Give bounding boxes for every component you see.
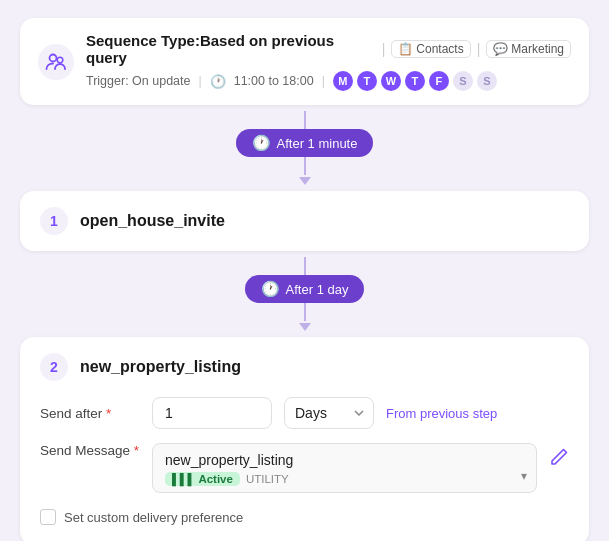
svg-point-1	[57, 57, 63, 63]
step-2-number: 2	[40, 353, 68, 381]
custom-delivery-label: Set custom delivery preference	[64, 510, 243, 525]
connector-2: 🕐 After 1 day	[20, 257, 589, 331]
svg-point-0	[50, 54, 57, 61]
step-2-header: 2 new_property_listing	[40, 353, 569, 381]
day-badges: M T W T F S S	[333, 71, 497, 91]
day-W: W	[381, 71, 401, 91]
required-asterisk: *	[106, 406, 111, 421]
contacts-tag: 📋 Contacts	[391, 40, 470, 58]
step-1-card: 1 open_house_invite	[20, 191, 589, 251]
send-after-row: Send after * Days Hours Minutes From pre…	[40, 397, 569, 429]
connector-line-bot-2	[304, 303, 306, 321]
step-1-name: open_house_invite	[80, 212, 225, 230]
day-F: F	[429, 71, 449, 91]
trigger-label: Trigger: On update	[86, 74, 190, 88]
day-S1: S	[453, 71, 473, 91]
separator: |	[382, 41, 386, 57]
chevron-down-icon: ▾	[521, 469, 527, 483]
step-1-number: 1	[40, 207, 68, 235]
marketing-tag: 💬 Marketing	[486, 40, 571, 58]
send-after-label: Send after *	[40, 406, 140, 421]
message-select-wrapper[interactable]: new_property_listing ▌▌▌ Active UTILITY …	[152, 443, 537, 493]
day-T1: T	[357, 71, 377, 91]
delay-icon-1: 🕐	[252, 134, 271, 152]
sequence-title: Sequence Type:Based on previous query	[86, 32, 374, 66]
custom-delivery-checkbox[interactable]	[40, 509, 56, 525]
required-asterisk-2: *	[134, 443, 139, 458]
time-range: 11:00 to 18:00	[234, 74, 314, 88]
marketing-label: Marketing	[511, 42, 564, 56]
message-select-inner[interactable]: new_property_listing ▌▌▌ Active UTILITY …	[152, 443, 537, 493]
connector-1: 🕐 After 1 minute	[20, 111, 589, 185]
send-message-row: Send Message * new_property_listing ▌▌▌ …	[40, 443, 569, 493]
edit-message-button[interactable]	[549, 447, 569, 472]
contacts-label: Contacts	[416, 42, 463, 56]
delay-label-2: After 1 day	[286, 282, 349, 297]
day-S2: S	[477, 71, 497, 91]
active-badge: ▌▌▌ Active	[165, 472, 240, 486]
active-status: Active	[198, 473, 233, 485]
send-after-input[interactable]	[152, 397, 272, 429]
step-2-name: new_property_listing	[80, 358, 241, 376]
top-card-tags: | 📋 Contacts | 💬 Marketing	[382, 40, 571, 58]
connector-line-top-2	[304, 257, 306, 275]
day-M: M	[333, 71, 353, 91]
separator2: |	[477, 41, 481, 57]
delay-pill-1[interactable]: 🕐 After 1 minute	[236, 129, 374, 157]
arrow-down-1	[299, 177, 311, 185]
step-2-card: 2 new_property_listing Send after * Days…	[20, 337, 589, 541]
bar-chart-icon: ▌▌▌	[172, 473, 195, 485]
day-T2: T	[405, 71, 425, 91]
checkbox-row: Set custom delivery preference	[40, 509, 569, 525]
delay-icon-2: 🕐	[261, 280, 280, 298]
sequence-avatar-icon	[38, 44, 74, 80]
days-select[interactable]: Days Hours Minutes	[284, 397, 374, 429]
clock-icon: 🕐	[210, 74, 226, 89]
sequence-header-card: Sequence Type:Based on previous query | …	[20, 18, 589, 105]
top-card-content: Sequence Type:Based on previous query | …	[86, 32, 571, 91]
send-message-label: Send Message *	[40, 443, 140, 458]
utility-label: UTILITY	[246, 473, 289, 485]
connector-line-top-1	[304, 111, 306, 129]
arrow-down-2	[299, 323, 311, 331]
message-select-name: new_property_listing	[165, 452, 524, 468]
connector-line-bot-1	[304, 157, 306, 175]
message-select-footer: ▌▌▌ Active UTILITY	[165, 472, 524, 486]
step-1-header: 1 open_house_invite	[40, 207, 569, 235]
top-card-meta: Trigger: On update | 🕐 11:00 to 18:00 | …	[86, 71, 571, 91]
from-previous-step-link[interactable]: From previous step	[386, 406, 497, 421]
delay-label-1: After 1 minute	[277, 136, 358, 151]
delay-pill-2[interactable]: 🕐 After 1 day	[245, 275, 365, 303]
